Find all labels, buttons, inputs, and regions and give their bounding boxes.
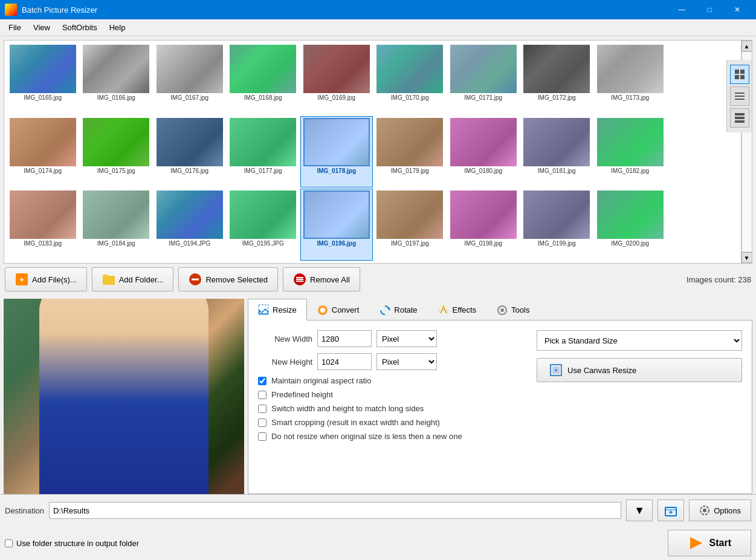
svg-rect-1 (740, 70, 745, 74)
width-unit-select[interactable]: Pixel Percent cm inch (376, 330, 437, 347)
view-icons (726, 60, 752, 132)
svg-rect-18 (259, 305, 268, 314)
switch-sides-row: Switch width and height to match long si… (258, 404, 525, 413)
svg-text:+: + (19, 275, 24, 284)
thumbnail (303, 190, 370, 239)
destination-browse-button[interactable] (657, 500, 684, 521)
no-resize-label[interactable]: Do not resize when original size is less… (271, 432, 462, 441)
list-item[interactable]: IMG_0176.jpg (153, 116, 226, 188)
gear-icon (699, 505, 710, 516)
tab-resize[interactable]: Resize (248, 299, 307, 321)
list-item[interactable]: IMG_0170.jpg (374, 43, 447, 115)
view-details-button[interactable] (730, 108, 749, 128)
thumbnail (450, 45, 517, 93)
image-filename: IMG_0198.jpg (464, 240, 502, 247)
list-item[interactable]: IMG_0175.jpg (80, 116, 153, 188)
svg-marker-21 (388, 308, 390, 310)
use-folder-structure-checkbox[interactable] (5, 539, 13, 547)
list-item[interactable]: IMG_0165.jpg (7, 43, 79, 115)
svg-rect-2 (735, 75, 739, 79)
thumbnail (230, 190, 296, 239)
list-item[interactable]: IMG_0182.jpg (594, 116, 667, 188)
use-folder-structure-label[interactable]: Use folder structure in output folder (16, 539, 139, 548)
list-item[interactable]: IMG_0196.jpg (300, 189, 373, 261)
add-folder-button[interactable]: Add Folder... (92, 267, 174, 291)
smart-crop-label[interactable]: Smart cropping (result in exact width an… (271, 418, 440, 427)
switch-sides-checkbox[interactable] (258, 405, 267, 413)
maintain-ratio-checkbox[interactable] (258, 377, 267, 385)
view-thumbnail-button[interactable] (730, 65, 749, 84)
start-button[interactable]: Start (668, 530, 751, 556)
image-filename: IMG_0169.jpg (317, 94, 355, 101)
thumbnail (83, 190, 149, 239)
svg-point-20 (320, 308, 325, 313)
image-filename: IMG_0181.jpg (538, 168, 576, 174)
image-filename: IMG_0177.jpg (244, 168, 282, 174)
destination-bar: Destination ▼ Options (0, 494, 756, 526)
scroll-up-arrow[interactable]: ▲ (741, 41, 752, 51)
smart-crop-checkbox[interactable] (258, 418, 267, 427)
minimize-button[interactable]: — (668, 0, 696, 19)
list-item[interactable]: IMG_0181.jpg (521, 116, 593, 188)
predefined-height-label[interactable]: Predefined height (271, 390, 333, 399)
tab-convert-label: Convert (332, 305, 360, 314)
menu-help[interactable]: Help (103, 21, 132, 34)
tab-rotate[interactable]: Rotate (369, 299, 427, 321)
predefined-height-checkbox[interactable] (258, 391, 267, 399)
maintain-ratio-label[interactable]: Maintain original aspect ratio (271, 376, 371, 385)
list-item[interactable]: IMG_0172.jpg (521, 43, 593, 115)
view-list-button[interactable] (730, 86, 749, 106)
list-item[interactable]: IMG_0171.jpg (447, 43, 520, 115)
list-item[interactable]: IMG_0174.jpg (7, 116, 79, 188)
list-item[interactable]: IMG_0178.jpg (300, 116, 373, 188)
tab-effects-label: Effects (453, 305, 477, 314)
scroll-down-arrow[interactable]: ▼ (741, 252, 752, 263)
image-filename: IMG_0170.jpg (391, 94, 429, 101)
svg-marker-32 (690, 537, 702, 549)
list-item[interactable]: IMG_0198.jpg (447, 189, 520, 261)
list-item[interactable]: IMG_0184.jpg (80, 189, 153, 261)
image-filename: IMG_0179.jpg (391, 168, 429, 174)
thumbnail (303, 118, 370, 166)
menu-softorbits[interactable]: SoftOrbits (56, 21, 103, 34)
height-unit-select[interactable]: Pixel Percent cm inch (376, 353, 437, 370)
maximize-button[interactable]: □ (696, 0, 723, 19)
std-size-select[interactable]: Pick a Standard Size 800x600 1024x768 12… (537, 330, 742, 351)
remove-selected-button[interactable]: Remove Selected (178, 267, 278, 291)
list-item[interactable]: IMG_0167.jpg (153, 43, 226, 115)
canvas-resize-icon (549, 363, 563, 377)
tab-convert[interactable]: Convert (307, 299, 370, 321)
menu-file[interactable]: File (2, 21, 27, 34)
list-item[interactable]: IMG_0169.jpg (300, 43, 373, 115)
list-item[interactable]: IMG_0168.jpg (227, 43, 300, 115)
thumbnail (157, 190, 223, 239)
list-item[interactable]: IMG_0195.JPG (227, 189, 300, 261)
list-item[interactable]: IMG_0200.jpg (594, 189, 667, 261)
close-button[interactable]: ✕ (723, 0, 751, 19)
image-filename: IMG_0173.jpg (611, 94, 649, 101)
tab-effects[interactable]: Effects (428, 299, 487, 321)
new-height-input[interactable] (317, 353, 372, 370)
options-button[interactable]: Options (689, 500, 751, 521)
switch-sides-label[interactable]: Switch width and height to match long si… (271, 404, 424, 413)
menu-view[interactable]: View (27, 21, 56, 34)
list-item[interactable]: IMG_0199.jpg (521, 189, 593, 261)
new-width-input[interactable] (317, 330, 372, 347)
remove-all-button[interactable]: Remove All (283, 267, 360, 291)
list-item[interactable]: IMG_0194.JPG (153, 189, 226, 261)
list-item[interactable]: IMG_0166.jpg (80, 43, 153, 115)
no-resize-checkbox[interactable] (258, 432, 267, 441)
list-item[interactable]: IMG_0183.jpg (7, 189, 79, 261)
add-files-button[interactable]: + Add File(s)... (5, 267, 87, 291)
destination-chevron-button[interactable]: ▼ (626, 500, 653, 521)
svg-rect-5 (735, 96, 745, 97)
list-item[interactable]: IMG_0179.jpg (374, 116, 447, 188)
list-item[interactable]: IMG_0177.jpg (227, 116, 300, 188)
list-item[interactable]: IMG_0197.jpg (374, 189, 447, 261)
destination-input[interactable] (49, 502, 621, 519)
canvas-resize-button[interactable]: Use Canvas Resize (537, 358, 742, 382)
list-item[interactable]: IMG_0173.jpg (594, 43, 667, 115)
tab-tools[interactable]: Tools (486, 299, 540, 321)
list-item[interactable]: IMG_0180.jpg (447, 116, 520, 188)
svg-rect-4 (735, 93, 745, 94)
